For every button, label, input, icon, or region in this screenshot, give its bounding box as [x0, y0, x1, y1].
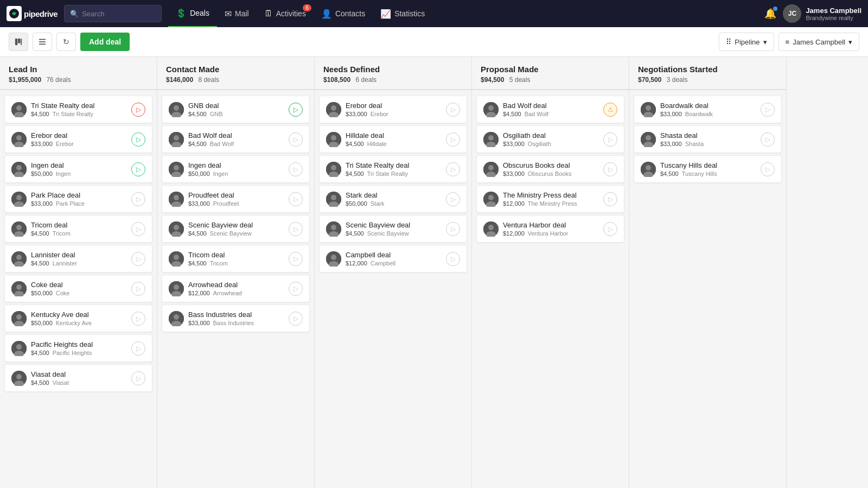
svg-point-89: [488, 195, 494, 200]
deal-card[interactable]: Tri State Realty deal $4,500 Tri State R…: [319, 155, 467, 183]
deal-company: Tuscany Hills: [682, 170, 717, 177]
notifications-button[interactable]: 🔔: [764, 8, 776, 20]
deal-company: The Ministry Press: [528, 200, 577, 207]
deal-action-button[interactable]: ▷: [131, 192, 145, 206]
deal-card[interactable]: Stark deal $50,000 Stark ▷: [319, 185, 467, 213]
search-box[interactable]: 🔍: [64, 5, 162, 22]
user-filter-selector[interactable]: ≡ James Campbell ▾: [778, 33, 859, 51]
deal-action-button[interactable]: ▷: [761, 132, 775, 147]
deal-info: Erebor deal $33,000 Erebor: [346, 102, 442, 117]
mail-icon: ✉: [225, 9, 232, 19]
deal-card[interactable]: The Ministry Press deal $12,000 The Mini…: [476, 185, 624, 213]
deal-card[interactable]: Scenic Bayview deal $4,500 Scenic Bayvie…: [162, 215, 310, 243]
svg-point-20: [16, 225, 22, 230]
deal-card[interactable]: Ingen deal $50,000 Ingen ▷: [4, 155, 152, 183]
nav-item-mail[interactable]: ✉ Mail: [217, 0, 257, 27]
deal-action-button[interactable]: ▷: [446, 132, 460, 147]
nav-item-deals[interactable]: 💲 Deals: [168, 0, 217, 27]
search-input[interactable]: [82, 10, 152, 18]
deal-action-button[interactable]: ▷: [603, 132, 617, 147]
deal-card[interactable]: Tricom deal $4,500 Tricom ▷: [162, 245, 310, 272]
deal-card[interactable]: Erebor deal $33,000 Erebor ▷: [319, 96, 467, 123]
deal-info: Bad Wolf deal $4,500 Bad Wolf: [188, 131, 284, 147]
deal-action: ▷: [289, 312, 303, 326]
deal-action-button[interactable]: ▷: [131, 162, 145, 176]
deal-name: Erebor deal: [346, 102, 442, 110]
pipeline-selector[interactable]: ⠿ Pipeline ▾: [719, 33, 774, 51]
nav-item-activities[interactable]: 🗓 Activities 6: [257, 0, 314, 27]
deal-card[interactable]: Bass Industries deal $33,000 Bass Indust…: [162, 305, 310, 332]
deal-amount: $12,000: [346, 260, 367, 267]
notification-dot: [773, 7, 777, 11]
deal-action-button[interactable]: ▷: [446, 252, 460, 266]
deal-card[interactable]: GNB deal $4,500 GNB ▷: [162, 96, 310, 123]
deal-action-button[interactable]: ▷: [131, 132, 145, 147]
add-deal-button[interactable]: Add deal: [80, 33, 130, 51]
deal-card[interactable]: Ventura Harbor deal $12,000 Ventura Harb…: [476, 215, 624, 243]
column-body-contact-made: GNB deal $4,500 GNB ▷: [157, 90, 314, 488]
deal-card[interactable]: Arrowhead deal $12,000 Arrowhead ▷: [162, 275, 310, 302]
deal-action-button[interactable]: ▷: [131, 252, 145, 266]
deal-action-button[interactable]: ▷: [131, 341, 145, 356]
deal-action-button[interactable]: ▷: [131, 312, 145, 326]
deal-card[interactable]: Lannister deal $4,500 Lannister ▷: [4, 245, 152, 272]
nav-item-statistics[interactable]: 📈 Statistics: [373, 0, 432, 27]
deal-card[interactable]: Pacific Heights deal $4,500 Pacific Heig…: [4, 334, 152, 362]
deal-card[interactable]: Osgiliath deal $33,000 Osgiliath ▷: [476, 125, 624, 153]
deal-action-button[interactable]: ▷: [289, 162, 303, 176]
deal-card[interactable]: Ingen deal $50,000 Ingen ▷: [162, 155, 310, 183]
deal-action-button[interactable]: ▷: [446, 103, 460, 117]
deal-action-button[interactable]: ▷: [131, 103, 145, 117]
deal-action-button[interactable]: ▷: [131, 371, 145, 385]
deal-action-button[interactable]: ⚠: [603, 103, 617, 117]
deal-info: Tri State Realty deal $4,500 Tri State R…: [31, 102, 127, 117]
deal-action-button[interactable]: ▷: [289, 103, 303, 117]
deal-card[interactable]: Kentucky Ave deal $50,000 Kentucky Ave ▷: [4, 305, 152, 332]
deal-card[interactable]: Bad Wolf deal $4,500 Bad Wolf ⚠: [476, 96, 624, 123]
deal-action-button[interactable]: ▷: [289, 132, 303, 147]
deal-amount: $33,000: [660, 141, 682, 147]
deal-card[interactable]: Shasta deal $33,000 Shasta ▷: [634, 125, 782, 153]
column-contact-made: Contact Made $146,000 8 deals: [157, 57, 315, 488]
deal-action-button[interactable]: ▷: [446, 162, 460, 176]
deal-card[interactable]: Viasat deal $4,500 Viasat ▷: [4, 364, 152, 392]
deal-card[interactable]: Hilldale deal $4,500 Hilldale ▷: [319, 125, 467, 153]
nav-item-contacts[interactable]: 👤 Contacts: [314, 0, 373, 27]
deal-card[interactable]: Tricom deal $4,500 Tricom ▷: [4, 215, 152, 243]
deal-card[interactable]: Campbell deal $12,000 Campbell ▷: [319, 245, 467, 272]
deal-card[interactable]: Erebor deal $33,000 Erebor ▷: [4, 125, 152, 153]
deal-action-button[interactable]: ▷: [289, 222, 303, 236]
deal-action-button[interactable]: ▷: [289, 252, 303, 266]
deal-action-button[interactable]: ▷: [603, 162, 617, 176]
deal-company: Hilldale: [367, 141, 387, 147]
deal-card[interactable]: Bad Wolf deal $4,500 Bad Wolf ▷: [162, 125, 310, 153]
deal-company: Erebor: [56, 141, 74, 147]
deal-card[interactable]: Tuscany Hills deal $4,500 Tuscany Hills …: [634, 155, 782, 183]
deal-action-button[interactable]: ▷: [289, 282, 303, 296]
deal-card[interactable]: Coke deal $50,000 Coke ▷: [4, 275, 152, 302]
refresh-button[interactable]: ↻: [56, 33, 76, 51]
deal-action-button[interactable]: ▷: [446, 222, 460, 236]
deal-action-button[interactable]: ▷: [446, 192, 460, 206]
deal-action-button[interactable]: ▷: [761, 103, 775, 117]
deal-action-button[interactable]: ▷: [131, 282, 145, 296]
deal-action-button[interactable]: ▷: [289, 312, 303, 326]
deal-card[interactable]: Park Place deal $33,000 Park Place ▷: [4, 185, 152, 213]
deal-sub: $12,000 Campbell: [346, 260, 442, 267]
deal-card[interactable]: Obscurus Books deal $33,000 Obscurus Boo…: [476, 155, 624, 183]
deal-name: Scenic Bayview deal: [188, 221, 284, 229]
deal-action-button[interactable]: ▷: [131, 222, 145, 236]
column-body-proposal-made: Bad Wolf deal $4,500 Bad Wolf ⚠: [472, 90, 629, 488]
kanban-view-button[interactable]: [9, 33, 28, 51]
deal-action-button[interactable]: ▷: [761, 162, 775, 176]
deal-card[interactable]: Proudfeet deal $33,000 Proudfeet ▷: [162, 185, 310, 213]
deal-card[interactable]: Tri State Realty deal $4,500 Tri State R…: [4, 96, 152, 123]
list-view-button[interactable]: [33, 33, 52, 51]
deal-action-button[interactable]: ▷: [289, 192, 303, 206]
deal-card[interactable]: Scenic Bayview deal $4,500 Scenic Bayvie…: [319, 215, 467, 243]
deal-action-button[interactable]: ▷: [603, 222, 617, 236]
deal-action-button[interactable]: ▷: [603, 192, 617, 206]
user-menu[interactable]: JC James Campbell Brandywine realty: [783, 4, 861, 23]
deal-company: Ingen: [56, 170, 71, 177]
deal-card[interactable]: Boardwalk deal $33,000 Boardwalk ▷: [634, 96, 782, 123]
